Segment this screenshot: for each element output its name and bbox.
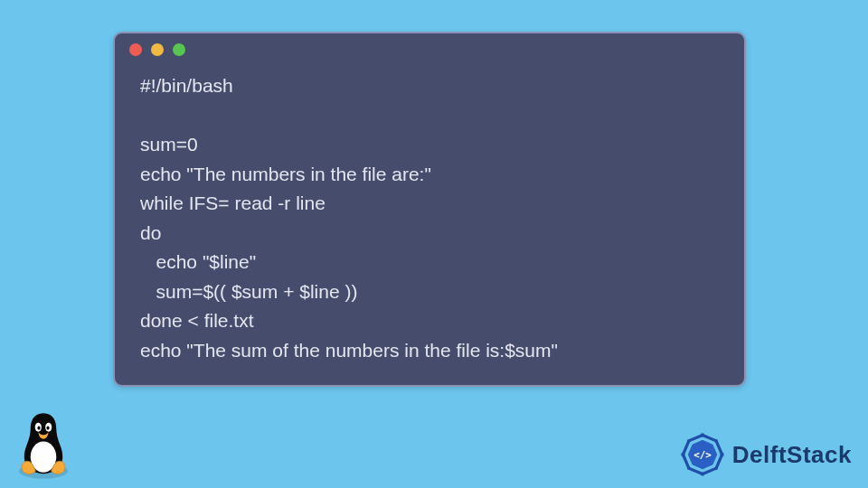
code-window: #!/bin/bash sum=0 echo "The numbers in t… — [113, 32, 746, 387]
svg-point-5 — [46, 426, 49, 429]
svg-point-13 — [714, 439, 718, 443]
close-icon — [129, 43, 142, 56]
svg-point-15 — [687, 466, 691, 470]
svg-point-16 — [687, 439, 691, 443]
svg-point-14 — [714, 466, 718, 470]
svg-text:</>: </> — [693, 449, 712, 461]
linux-tux-icon — [11, 407, 76, 481]
svg-point-12 — [681, 453, 684, 456]
brand-name: DelftStack — [732, 441, 852, 469]
svg-point-10 — [720, 453, 723, 456]
svg-point-11 — [701, 472, 704, 475]
maximize-icon — [173, 43, 185, 56]
minimize-icon — [151, 43, 164, 56]
brand-block: </> DelftStack — [678, 430, 852, 479]
code-content: #!/bin/bash sum=0 echo "The numbers in t… — [115, 66, 744, 385]
window-title-bar — [115, 33, 744, 66]
svg-point-4 — [37, 426, 40, 429]
svg-point-9 — [701, 433, 704, 436]
delftstack-logo-icon: </> — [678, 430, 727, 479]
